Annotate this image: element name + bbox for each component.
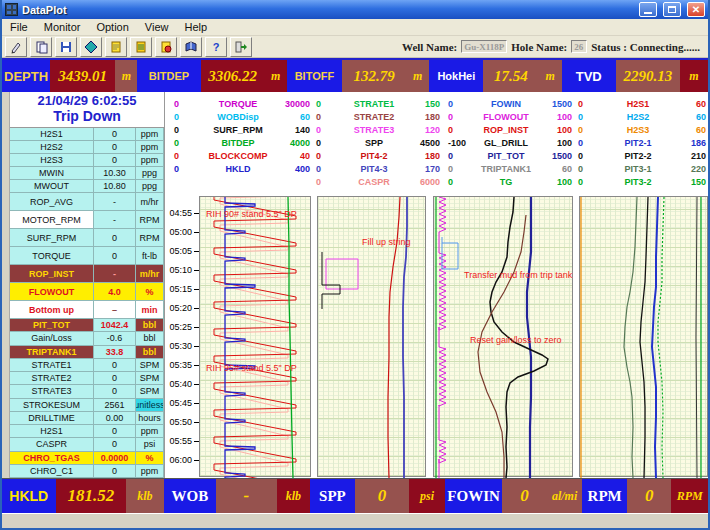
param-unit: min bbox=[136, 301, 164, 319]
scale-min: 0 bbox=[314, 125, 340, 135]
hole-name-field[interactable]: 26 bbox=[571, 40, 587, 53]
param-unit: ppg bbox=[136, 167, 164, 180]
scale-min: 0 bbox=[576, 99, 602, 109]
title-bar[interactable]: DataPlot ✕ bbox=[2, 0, 708, 19]
param-name: TRIPTANK1 bbox=[10, 346, 94, 359]
readout-label-hokhei: HokHei bbox=[429, 60, 483, 92]
param-value: 4.0 bbox=[94, 283, 136, 301]
toolbar-help-icon[interactable]: ? bbox=[205, 37, 227, 57]
scale-min: 0 bbox=[172, 164, 198, 174]
param-unit: ppg bbox=[136, 180, 164, 193]
scale-row-h2s1: 0H2S160 bbox=[576, 97, 708, 110]
table-row: STRATE20SPM bbox=[10, 372, 164, 385]
toolbar-exit-icon[interactable] bbox=[230, 37, 252, 57]
scale-row-pit4-2: 0PIT4-2180 bbox=[314, 149, 442, 162]
toolbar-icons: ? bbox=[2, 37, 252, 57]
table-row: H2S10ppm bbox=[10, 128, 164, 141]
scale-row-wobdisp: 0WOBDisp60 bbox=[172, 110, 312, 123]
scale-max: 6000 bbox=[408, 177, 442, 187]
book-icon bbox=[184, 40, 198, 54]
param-name: CHRO_TGAS bbox=[10, 452, 94, 465]
param-name: ROP_INST bbox=[10, 265, 94, 283]
param-name: Bottom up bbox=[10, 301, 94, 319]
param-name: MWIN bbox=[10, 167, 94, 180]
toolbar-alarm-icon[interactable] bbox=[155, 37, 177, 57]
menu-item-help[interactable]: Help bbox=[177, 20, 216, 34]
scale-curve-name: PIT4-2 bbox=[340, 151, 408, 161]
param-value: 1042.4 bbox=[94, 319, 136, 332]
param-unit: RPM bbox=[136, 229, 164, 247]
toolbar-save-icon[interactable] bbox=[55, 37, 77, 57]
scale-row-hkld: 0HKLD400 bbox=[172, 162, 312, 175]
menu-item-file[interactable]: File bbox=[2, 20, 36, 34]
param-name: STROKESUM bbox=[10, 399, 94, 412]
scale-min: 0 bbox=[172, 99, 198, 109]
scale-row-strate2: 0STRATE2180 bbox=[314, 110, 442, 123]
toolbar-clipboard-icon[interactable] bbox=[30, 37, 52, 57]
scale-min: 0 bbox=[172, 138, 198, 148]
status-bar bbox=[2, 513, 708, 528]
scale-max: 60 bbox=[674, 112, 708, 122]
restore-button[interactable] bbox=[663, 2, 681, 17]
scale-min: 0 bbox=[576, 164, 602, 174]
scale-curve-name: STRATE3 bbox=[340, 125, 408, 135]
well-name-field[interactable]: Gu-X118P bbox=[461, 40, 507, 53]
scale-row-pit4-3: 0PIT4-3170 bbox=[314, 162, 442, 175]
menu-item-view[interactable]: View bbox=[137, 20, 177, 34]
table-row: MOTOR_RPM-RPM bbox=[10, 211, 164, 229]
param-value: 0 bbox=[94, 128, 136, 141]
time-label: 04:55 bbox=[169, 208, 192, 218]
scale-row-torque: 0TORQUE30000 bbox=[172, 97, 312, 110]
scale-curve-name: ROP_INST bbox=[472, 125, 540, 135]
param-name: CHRO_C1 bbox=[10, 465, 94, 478]
scale-max: 40 bbox=[278, 151, 312, 161]
scale-min: 0 bbox=[446, 151, 472, 161]
table-row: H2S30ppm bbox=[10, 154, 164, 167]
plot-track-1: RIH 90# stand 5.5" DPRIH 95# stand 5.5" … bbox=[199, 196, 311, 477]
param-unit: SPM bbox=[136, 372, 164, 385]
param-value: 0 bbox=[94, 385, 136, 398]
panel-gutter bbox=[2, 92, 10, 478]
scale-min: 0 bbox=[446, 177, 472, 187]
scale-min: -100 bbox=[446, 138, 472, 148]
toolbar-report-icon[interactable] bbox=[105, 37, 127, 57]
parameter-panel: 21/04/29 6:02:55 Trip Down H2S10ppmH2S20… bbox=[2, 92, 165, 478]
param-value: - bbox=[94, 211, 136, 229]
scale-row-h2s2: 0H2S260 bbox=[576, 110, 708, 123]
time-label: 05:00 bbox=[169, 227, 192, 237]
scale-max: 186 bbox=[674, 138, 708, 148]
toolbar-book-icon[interactable] bbox=[180, 37, 202, 57]
menu-item-option[interactable]: Option bbox=[88, 20, 136, 34]
scale-max: 100 bbox=[540, 177, 574, 187]
param-name: SURF_RPM bbox=[10, 229, 94, 247]
menu-item-monitor[interactable]: Monitor bbox=[36, 20, 89, 34]
close-button[interactable]: ✕ bbox=[687, 2, 705, 17]
minimize-button[interactable] bbox=[639, 2, 657, 17]
readout-value-spp: 0 bbox=[355, 479, 410, 513]
readout-value-bitdep: 3306.22 bbox=[201, 60, 265, 92]
toolbar-pen-icon[interactable] bbox=[5, 37, 27, 57]
scale-row-blockcomp: 0BLOCKCOMP40 bbox=[172, 149, 312, 162]
scale-row-strate1: 0STRATE1150 bbox=[314, 97, 442, 110]
table-row: DRILLTIME0.00hours bbox=[10, 412, 164, 425]
chart-annotation: RIH 95# stand 5.5" DP bbox=[206, 363, 297, 373]
scale-row-gl_drill: -100GL_DRILL100 bbox=[446, 136, 574, 149]
readout-label-hkld: HKLD bbox=[2, 479, 56, 513]
scale-min: 0 bbox=[172, 151, 198, 161]
readout-unit-spp: psi bbox=[409, 479, 445, 513]
param-name: TORQUE bbox=[10, 247, 94, 265]
param-value: 0.00 bbox=[94, 412, 136, 425]
param-unit: bbl bbox=[136, 319, 164, 332]
scale-curve-name: SURF_RPM bbox=[198, 125, 278, 135]
table-row: TORQUE0ft-lb bbox=[10, 247, 164, 265]
param-unit: bbl bbox=[136, 346, 164, 359]
toolbar-report2-icon[interactable] bbox=[130, 37, 152, 57]
scale-curve-name: H2S1 bbox=[602, 99, 674, 109]
exit-icon bbox=[234, 40, 248, 54]
connection-info: Well Name: Gu-X118P Hole Name: 26 Status… bbox=[402, 40, 708, 53]
readout-label-rpm: RPM bbox=[582, 479, 627, 513]
time-label: 05:05 bbox=[169, 246, 192, 256]
readout-unit-fowin: al/mi bbox=[547, 479, 583, 513]
readout-unit-bitoff: m bbox=[406, 60, 429, 92]
toolbar-diamond-icon[interactable] bbox=[80, 37, 102, 57]
